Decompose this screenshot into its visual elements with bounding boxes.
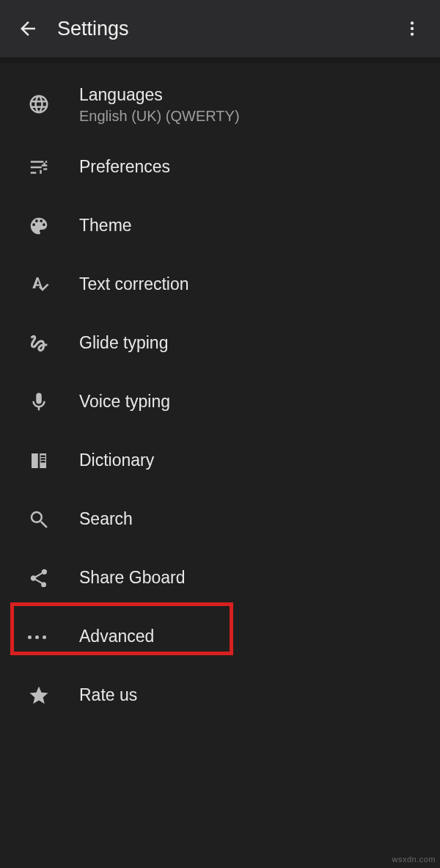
settings-list: Languages English (UK) (QWERTY) Preferen… [0, 63, 440, 725]
watermark: wsxdn.com [392, 855, 436, 864]
settings-item-advanced[interactable]: Advanced [0, 608, 440, 666]
settings-item-preferences[interactable]: Preferences [0, 138, 440, 197]
row-title: Rate us [79, 684, 440, 707]
row-title: Advanced [79, 625, 440, 648]
arrow-back-icon [17, 18, 39, 40]
back-button[interactable] [12, 12, 44, 45]
row-title: Share Gboard [79, 566, 440, 589]
palette-icon [0, 215, 79, 237]
settings-item-dictionary[interactable]: Dictionary [0, 431, 440, 490]
settings-item-rate-us[interactable]: Rate us [0, 666, 440, 725]
search-icon [0, 508, 79, 530]
settings-item-text-correction[interactable]: Text correction [0, 255, 440, 314]
row-title: Languages [79, 84, 440, 106]
settings-item-glide-typing[interactable]: Glide typing [0, 314, 440, 373]
book-icon [0, 450, 79, 472]
settings-item-voice-typing[interactable]: Voice typing [0, 373, 440, 431]
svg-point-0 [411, 21, 414, 24]
row-title: Voice typing [79, 390, 440, 413]
settings-item-share-gboard[interactable]: Share Gboard [0, 549, 440, 608]
settings-item-languages[interactable]: Languages English (UK) (QWERTY) [0, 70, 440, 138]
share-icon [0, 567, 79, 589]
more-horiz-icon [0, 635, 79, 639]
row-title: Glide typing [79, 332, 440, 354]
overflow-menu-button[interactable] [396, 12, 428, 45]
globe-icon [0, 93, 79, 115]
settings-item-theme[interactable]: Theme [0, 197, 440, 255]
more-vert-icon [403, 19, 422, 38]
mic-icon [0, 391, 79, 413]
appbar-title: Settings [57, 18, 396, 40]
row-title: Text correction [79, 273, 440, 296]
appbar-divider [0, 57, 440, 63]
star-icon [0, 685, 79, 707]
row-title: Theme [79, 214, 440, 237]
svg-point-2 [411, 32, 414, 35]
svg-point-1 [411, 27, 414, 30]
spellcheck-icon [0, 274, 79, 296]
row-title: Preferences [79, 156, 440, 178]
app-bar: Settings [0, 0, 440, 57]
tune-icon [0, 156, 79, 178]
row-title: Search [79, 508, 440, 530]
row-subtitle: English (UK) (QWERTY) [79, 108, 440, 125]
settings-item-search[interactable]: Search [0, 490, 440, 549]
row-title: Dictionary [79, 449, 440, 472]
gesture-icon [0, 332, 79, 354]
